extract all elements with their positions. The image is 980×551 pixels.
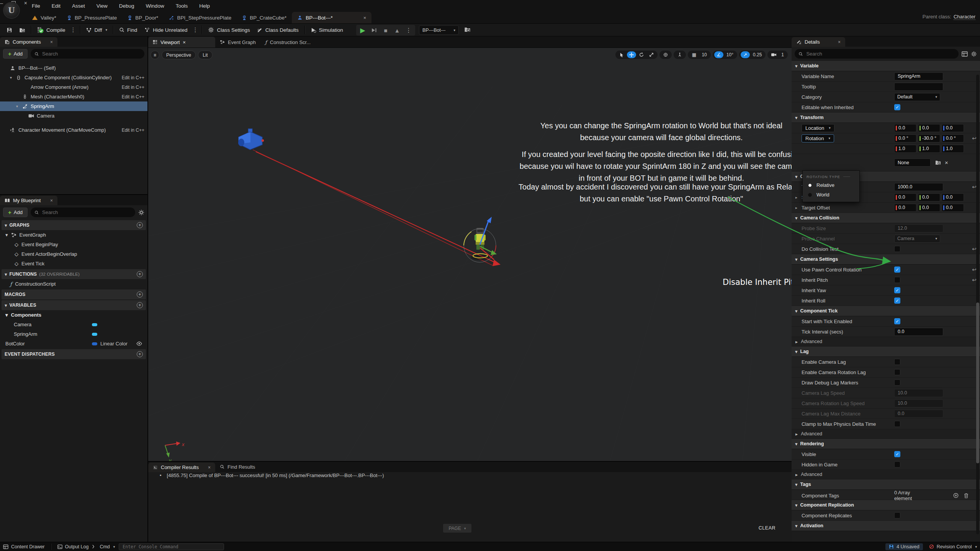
content-drawer-button[interactable]: Content Drawer (3, 544, 45, 549)
rotate-tool-icon[interactable] (637, 51, 646, 58)
asset-tab-valley-[interactable]: Valley* (27, 12, 62, 23)
details-section-transform[interactable]: ▾Transform (792, 113, 980, 123)
perspective-dropdown[interactable]: Perspective (162, 51, 196, 59)
checkbox[interactable] (894, 277, 900, 283)
checkbox[interactable] (894, 369, 900, 375)
variable-item-camera[interactable]: Camera (0, 320, 147, 329)
eye-icon[interactable] (136, 342, 142, 346)
scale-snap-value[interactable]: 0.25 (751, 52, 764, 57)
x-value-field[interactable]: 0.0 ° (894, 134, 916, 142)
expander-icon[interactable]: ▸ (795, 206, 797, 210)
tree-item-character-movement-charmovecomp-[interactable]: Character Movement (CharMoveComp)Edit in… (0, 125, 147, 135)
dropdown[interactable]: Camera▾ (894, 235, 940, 243)
rotation-option-relative[interactable]: Relative (803, 180, 859, 190)
details-tab[interactable]: Details × (792, 37, 845, 47)
rotation-option-world[interactable]: World (803, 190, 859, 199)
tab-find-results[interactable]: Find Results (215, 461, 260, 472)
section-macros[interactable]: MACROS+ (2, 289, 146, 299)
section-variables[interactable]: ▾VARIABLES+ (2, 300, 146, 310)
blueprint-settings-gear-icon[interactable] (138, 209, 144, 216)
simulation-button[interactable]: Simulation (307, 25, 347, 35)
tree-item-bp-bot-self-[interactable]: BP---Bot--- (Self) (0, 63, 147, 73)
menu-view[interactable]: View (92, 2, 113, 10)
expander-icon[interactable]: ▾ (16, 104, 18, 108)
checkbox[interactable]: ✓ (894, 451, 900, 457)
expander-icon[interactable]: ▾ (10, 75, 12, 80)
checkbox[interactable] (894, 512, 900, 518)
surface-snap-icon[interactable] (675, 51, 684, 58)
asset-field[interactable]: None (894, 159, 931, 167)
close-icon[interactable]: × (357, 15, 366, 21)
edit-in-cpp-link[interactable]: Edit in C++ (122, 94, 144, 100)
grid-snap-icon[interactable]: ▦ (689, 51, 699, 58)
parent-class-link[interactable]: Character (954, 14, 975, 20)
section-functions[interactable]: ▾FUNCTIONS(32 OVERRIDABLE)+ (2, 269, 146, 279)
graph-item-eventgraph[interactable]: ▾EventGraph (0, 230, 147, 240)
add-icon[interactable]: + (137, 302, 143, 308)
section-graphs[interactable]: ▾GRAPHS+ (2, 220, 146, 230)
x-value-field[interactable]: 0.0 (894, 124, 916, 132)
move-tool-icon[interactable] (627, 51, 636, 58)
checkbox[interactable] (894, 246, 900, 252)
tab-compiler-results[interactable]: Compiler Results × (148, 463, 215, 472)
diff-button[interactable]: Diff▾ (83, 25, 111, 35)
details-section-component-tick[interactable]: ▾Component Tick (792, 306, 980, 316)
checkbox[interactable] (894, 421, 900, 427)
delete-elements-icon[interactable] (964, 493, 969, 498)
event-item-event-beginplay[interactable]: ◇Event BeginPlay (0, 240, 147, 249)
checkbox[interactable]: ✓ (894, 318, 900, 324)
display-filter-icon[interactable] (962, 51, 968, 57)
function-item-constructionscript[interactable]: ƒConstructionScript (0, 279, 147, 289)
rotation-snap-icon[interactable]: ∠ (714, 51, 723, 58)
x-value-field[interactable]: 1.0 (894, 145, 916, 153)
browse-asset-icon[interactable] (935, 160, 941, 165)
expander-icon[interactable]: ▸ (795, 195, 797, 199)
y-value-field[interactable]: -30.0 ° (918, 134, 940, 142)
checkbox[interactable] (894, 379, 900, 386)
tree-item-capsule-component-collisioncylinder-[interactable]: ▾Capsule Component (CollisionCylinder)Ed… (0, 73, 147, 82)
y-value-field[interactable]: 0.0 (918, 193, 940, 201)
output-log-button[interactable]: Output Log (57, 544, 89, 549)
checkbox[interactable]: ✓ (894, 298, 900, 304)
rotation-snap-value[interactable]: 10° (724, 52, 736, 57)
hide-unrelated-button[interactable]: Hide Unrelated (141, 25, 191, 35)
asset-tab-bp-bot-[interactable]: BP---Bot---*× (292, 12, 371, 23)
close-icon[interactable]: × (44, 198, 53, 203)
advanced-row[interactable]: ▸Advanced (792, 337, 980, 347)
add-icon[interactable]: + (137, 351, 143, 357)
my-blueprint-search[interactable] (31, 208, 135, 217)
components-search[interactable] (31, 49, 144, 59)
checkbox[interactable] (894, 461, 900, 468)
debug-object-dropdown[interactable]: BP---Bot--- ▾ (419, 25, 459, 35)
axis-label-dropdown[interactable]: Location▾ (802, 124, 834, 132)
tree-item-springarm[interactable]: ▾SpringArm (0, 101, 147, 111)
camera-speed-icon[interactable] (769, 51, 778, 58)
menu-edit[interactable]: Edit (47, 2, 65, 10)
x-value-field[interactable]: 0.0 (894, 193, 916, 201)
close-icon[interactable]: × (832, 39, 841, 45)
menu-help[interactable]: Help (194, 2, 215, 10)
checkbox[interactable]: ✓ (894, 267, 900, 273)
menu-debug[interactable]: Debug (114, 2, 139, 10)
save-button[interactable] (3, 25, 16, 35)
components-tab[interactable]: Components × (0, 37, 57, 47)
section-event-dispatchers[interactable]: EVENT DISPATCHERS+ (2, 349, 146, 359)
unsaved-badge[interactable]: 4 Unsaved (885, 543, 923, 550)
my-blueprint-tab[interactable]: My Blueprint × (0, 196, 57, 205)
text-field[interactable]: 0.0 (894, 410, 943, 418)
y-value-field[interactable]: 0.0 (918, 124, 940, 132)
asset-tab-bp-pressureplate[interactable]: BP_PressurePlate (62, 12, 122, 23)
play-options-kebab[interactable]: ⋮ (404, 26, 414, 35)
variable-item-botcolor[interactable]: BotColorLinear Color (0, 339, 147, 348)
grid-snap-value[interactable]: 10 (699, 52, 709, 57)
world-space-icon[interactable] (661, 51, 670, 58)
tree-item-arrow-component-arrow-[interactable]: Arrow Component (Arrow)Edit in C++ (0, 82, 147, 92)
asset-tab-bp-door-[interactable]: BP_Door* (122, 12, 164, 23)
add-blueprint-item-button[interactable]: +Add (3, 208, 28, 217)
z-value-field[interactable]: 0.0 (942, 193, 964, 201)
details-section-component-replication[interactable]: ▾Component Replication (792, 500, 980, 510)
details-section-tags[interactable]: ▾Tags (792, 479, 980, 490)
details-search[interactable] (795, 49, 959, 59)
details-section-lag[interactable]: ▾Lag (792, 347, 980, 357)
cmd-dropdown[interactable]: Cmd ▾ (92, 544, 115, 549)
